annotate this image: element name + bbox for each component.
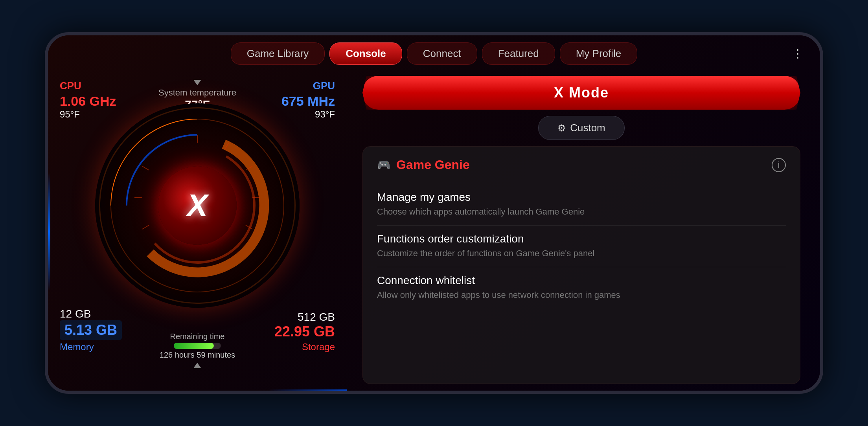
gauge-container: X — [95, 103, 300, 308]
tab-my-profile[interactable]: My Profile — [560, 42, 638, 65]
memory-section: 12 GB 5.13 GB Memory — [60, 308, 122, 353]
memory-used: 5.13 GB — [60, 320, 122, 340]
navigation-bar: Game Library Console Connect Featured My… — [48, 35, 820, 72]
phone-frame: Game Library Console Connect Featured My… — [45, 32, 823, 394]
svg-line-9 — [142, 225, 149, 229]
custom-label: Custom — [570, 122, 605, 134]
gauge-outer-ring: X — [95, 103, 300, 308]
manage-games-title: Manage my games — [377, 191, 786, 204]
game-genie-item-whitelist[interactable]: Connection whitelist Allow only whitelis… — [377, 267, 786, 308]
battery-bar-outer — [174, 343, 221, 349]
game-genie-item-manage[interactable]: Manage my games Choose which apps automa… — [377, 184, 786, 226]
storage-used: 22.95 GB — [274, 323, 335, 340]
x-mode-gauge-center[interactable]: X — [158, 166, 237, 245]
game-genie-title: Game Genie — [396, 158, 470, 172]
more-options-icon[interactable]: ⋮ — [792, 46, 804, 60]
left-panel: CPU 1.06 GHz 95°F System temperature 77°… — [48, 72, 347, 391]
game-genie-card: 🎮 Game Genie i Manage my games Choose wh… — [362, 146, 800, 384]
game-genie-header: 🎮 Game Genie i — [377, 158, 786, 172]
game-genie-title-group: 🎮 Game Genie — [377, 158, 470, 172]
battery-bar-inner — [174, 343, 214, 349]
remaining-label: Remaining time — [160, 332, 235, 341]
game-genie-item-functions[interactable]: Functions order customization Customize … — [377, 226, 786, 267]
bottom-arrow-icon — [193, 363, 201, 368]
remaining-time-section: Remaining time 126 hours 59 minutes — [160, 332, 235, 368]
main-content: CPU 1.06 GHz 95°F System temperature 77°… — [48, 72, 820, 391]
connection-whitelist-desc: Allow only whitelisted apps to use netwo… — [377, 289, 786, 301]
gamepad-icon: 🎮 — [377, 158, 391, 171]
functions-order-desc: Customize the order of functions on Game… — [377, 248, 786, 260]
x-logo: X — [187, 187, 208, 224]
connection-whitelist-title: Connection whitelist — [377, 274, 786, 287]
storage-total: 512 GB — [274, 311, 335, 323]
tab-featured[interactable]: Featured — [482, 42, 555, 65]
phone-screen: Game Library Console Connect Featured My… — [48, 35, 820, 391]
x-mode-button[interactable]: X Mode — [362, 76, 800, 110]
cpu-label: CPU — [60, 80, 116, 92]
blue-accent-bottom — [268, 389, 347, 391]
functions-order-title: Functions order customization — [377, 233, 786, 245]
right-panel: X Mode ⚙ Custom 🎮 Game Genie i — [347, 72, 820, 391]
gear-icon: ⚙ — [557, 123, 566, 134]
storage-label: Storage — [274, 342, 335, 353]
memory-label: Memory — [60, 342, 122, 353]
info-icon[interactable]: i — [772, 158, 786, 172]
system-temp-label: System temperature — [158, 88, 236, 98]
memory-total: 12 GB — [60, 308, 122, 320]
tab-game-library[interactable]: Game Library — [231, 42, 325, 65]
remaining-time-value: 126 hours 59 minutes — [160, 351, 235, 360]
tab-connect[interactable]: Connect — [407, 42, 477, 65]
top-arrow-icon — [193, 80, 201, 85]
blue-accent-left — [48, 173, 50, 291]
manage-games-desc: Choose which apps automatically launch G… — [377, 206, 786, 218]
storage-section: 512 GB 22.95 GB Storage — [274, 311, 335, 353]
svg-line-7 — [142, 166, 149, 170]
custom-button[interactable]: ⚙ Custom — [538, 116, 625, 140]
tab-console[interactable]: Console — [329, 42, 402, 65]
gpu-label: GPU — [281, 80, 335, 92]
